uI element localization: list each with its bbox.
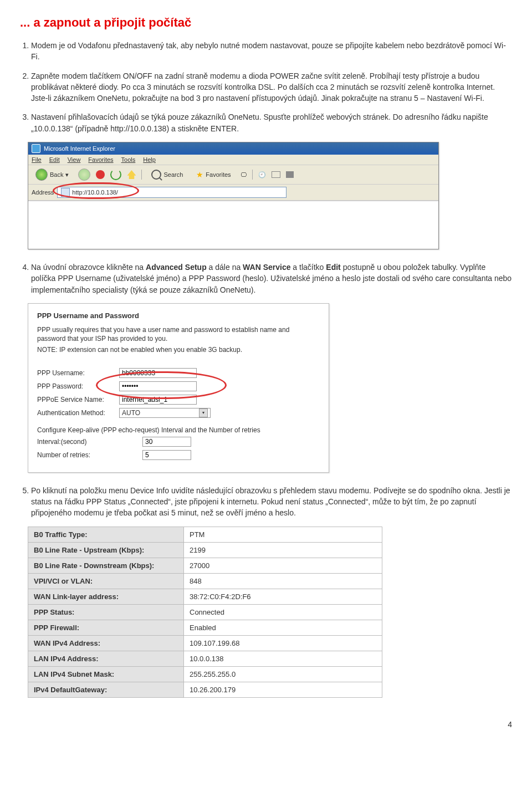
window-titlebar: Microsoft Internet Explorer — [28, 142, 438, 155]
status-value: PTM — [184, 527, 382, 542]
stop-button[interactable] — [96, 170, 105, 179]
chevron-down-icon: ▾ — [199, 408, 208, 417]
status-value: 2199 — [184, 542, 382, 558]
separator — [252, 170, 253, 180]
table-row: LAN IPv4 Address:10.0.0.138 — [28, 651, 382, 666]
print-icon[interactable] — [286, 171, 294, 178]
toolbar: Back ▾ Search ★Favorites 🖵 🕘 — [28, 165, 438, 185]
username-label: PPP Username: — [37, 369, 119, 377]
auth-select[interactable]: AUTO▾ — [119, 408, 211, 418]
text: Na úvodní obrazovce klikněte na — [31, 263, 146, 272]
page-number: 4 — [20, 720, 512, 729]
table-row: LAN IPv4 Subnet Mask:255.255.255.0 — [28, 666, 382, 682]
highlight-ellipse — [53, 182, 139, 199]
instruction-list: Po kliknutí na položku menu Device Info … — [20, 485, 512, 519]
interval-input[interactable] — [142, 437, 191, 447]
table-row: PPP Firewall:Enabled — [28, 620, 382, 635]
service-label: PPPoE Service Name: — [37, 396, 119, 403]
window-title: Microsoft Internet Explorer — [44, 145, 115, 152]
ppp-form-screenshot: PPP Username and Password PPP usually re… — [28, 303, 329, 473]
search-button[interactable]: Search — [147, 168, 187, 181]
status-key: WAN Link-layer address: — [28, 589, 184, 604]
menu-tools[interactable]: Tools — [121, 156, 136, 163]
text: a tlačítko — [290, 263, 326, 272]
status-key: PPP Firewall: — [28, 620, 184, 635]
form-title: PPP Username and Password — [37, 311, 320, 320]
menu-file[interactable]: File — [32, 156, 42, 163]
auth-value: AUTO — [122, 409, 140, 417]
media-icon[interactable]: 🖵 — [241, 171, 247, 178]
text-bold: WAN Service — [243, 263, 290, 272]
status-key: B0 Traffic Type: — [28, 527, 184, 542]
highlight-ellipse — [96, 371, 227, 399]
separator — [141, 170, 142, 180]
status-key: VPI/VCI or VLAN: — [28, 573, 184, 589]
table-row: B0 Line Rate - Downstream (Kbps):27000 — [28, 558, 382, 573]
form-description: PPP usually requires that you have a use… — [37, 325, 320, 343]
list-item: Zapněte modem tlačítkem ON/OFF na zadní … — [31, 70, 512, 104]
forward-button[interactable] — [78, 168, 90, 181]
status-value: 848 — [184, 573, 382, 589]
page-title: ... a zapnout a připojit počítač — [20, 16, 512, 30]
status-value: 10.0.0.138 — [184, 651, 382, 666]
menu-bar: File Edit View Favorites Tools Help — [28, 155, 438, 165]
list-item: Na úvodní obrazovce klikněte na Advanced… — [31, 262, 512, 295]
back-icon — [35, 168, 48, 181]
retries-input[interactable] — [142, 450, 191, 460]
favorites-label: Favorites — [206, 171, 231, 178]
retries-label: Number of retries: — [37, 451, 142, 459]
list-item: Po kliknutí na položku menu Device Info … — [31, 485, 512, 519]
status-value: 27000 — [184, 558, 382, 573]
back-label: Back — [50, 171, 63, 178]
history-icon[interactable]: 🕘 — [258, 171, 266, 178]
star-icon: ★ — [196, 170, 203, 179]
address-label: Address — [32, 189, 54, 196]
table-row: B0 Line Rate - Upstream (Kbps):2199 — [28, 542, 382, 558]
status-key: LAN IPv4 Subnet Mask: — [28, 666, 184, 682]
status-table: B0 Traffic Type:PTMB0 Line Rate - Upstre… — [28, 527, 382, 698]
status-key: PPP Status: — [28, 604, 184, 620]
list-item: Nastavení přihlašovacích údajů se týká p… — [31, 111, 512, 134]
table-row: WAN IPv4 Address:109.107.199.68 — [28, 635, 382, 651]
form-note: NOTE: IP extension can not be enabled wh… — [37, 345, 320, 354]
search-icon — [151, 170, 161, 180]
table-row: IPv4 DefaultGateway:10.26.200.179 — [28, 682, 382, 697]
text-bold: Advanced Setup — [146, 263, 207, 272]
status-key: B0 Line Rate - Downstream (Kbps): — [28, 558, 184, 573]
chevron-down-icon: ▾ — [65, 171, 69, 178]
table-row: WAN Link-layer address:38:72:C0:F4:2D:F6 — [28, 589, 382, 604]
list-item: Modem je od Vodafonu přednastavený tak, … — [31, 40, 512, 63]
text-bold: Edit — [326, 263, 340, 272]
menu-help[interactable]: Help — [143, 156, 156, 163]
refresh-button[interactable] — [110, 169, 121, 180]
status-key: WAN IPv4 Address: — [28, 635, 184, 651]
menu-favorites[interactable]: Favorites — [88, 156, 113, 163]
instruction-list: Na úvodní obrazovce klikněte na Advanced… — [20, 262, 512, 295]
table-row: PPP Status:Connected — [28, 604, 382, 620]
status-value: 10.26.200.179 — [184, 682, 382, 697]
status-value: Connected — [184, 604, 382, 620]
text: a dále na — [207, 263, 243, 272]
mail-icon[interactable] — [272, 171, 280, 178]
status-value: Enabled — [184, 620, 382, 635]
table-row: B0 Traffic Type:PTM — [28, 527, 382, 542]
auth-label: Authentication Method: — [37, 409, 119, 417]
back-button[interactable]: Back ▾ — [32, 167, 73, 182]
instruction-list: Modem je od Vodafonu přednastavený tak, … — [20, 40, 512, 134]
status-value: 255.255.255.0 — [184, 666, 382, 682]
favorites-button[interactable]: ★Favorites — [192, 169, 234, 180]
status-key: LAN IPv4 Address: — [28, 651, 184, 666]
status-key: IPv4 DefaultGateway: — [28, 682, 184, 697]
search-label: Search — [163, 171, 183, 178]
keepalive-label: Configure Keep-alive (PPP echo-request) … — [37, 426, 320, 435]
menu-view[interactable]: View — [68, 156, 81, 163]
ie-icon — [32, 144, 40, 153]
status-key: B0 Line Rate - Upstream (Kbps): — [28, 542, 184, 558]
browser-viewport — [28, 201, 438, 249]
status-value: 109.107.199.68 — [184, 635, 382, 651]
menu-edit[interactable]: Edit — [49, 156, 60, 163]
home-button[interactable] — [127, 170, 136, 179]
interval-label: Interval:(second) — [37, 438, 142, 446]
status-value: 38:72:C0:F4:2D:F6 — [184, 589, 382, 604]
table-row: VPI/VCI or VLAN:848 — [28, 573, 382, 589]
